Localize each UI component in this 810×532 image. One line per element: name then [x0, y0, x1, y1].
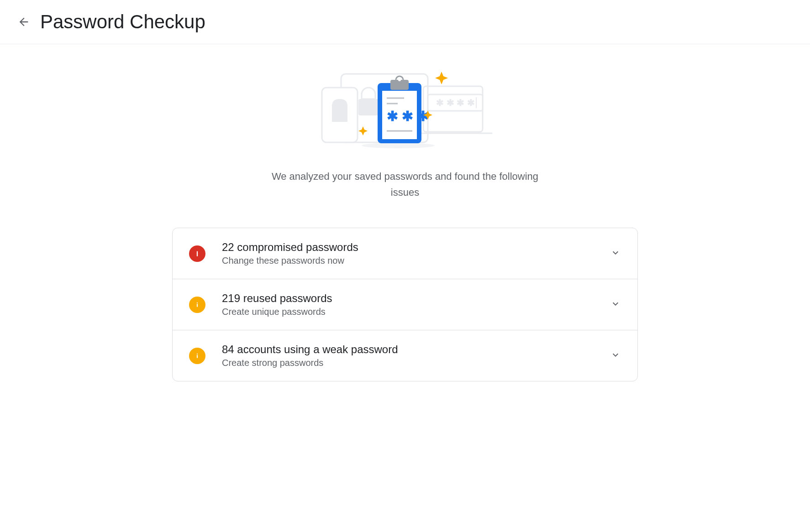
- alert-warning-icon: [189, 348, 205, 364]
- issue-title: 219 reused passwords: [222, 292, 603, 305]
- back-button[interactable]: [16, 15, 31, 29]
- svg-point-20: [197, 303, 198, 303]
- main-content: ✱ ✱ ✱ ✱ ✱ ✱ ✱ We analyzed your saved pas…: [163, 44, 647, 400]
- svg-rect-19: [197, 253, 198, 256]
- issue-reused[interactable]: 219 reused passwords Create unique passw…: [173, 279, 637, 330]
- svg-rect-21: [197, 304, 198, 307]
- page-title: Password Checkup: [40, 11, 205, 33]
- description-text: We analyzed your saved passwords and fou…: [268, 168, 542, 200]
- arrow-back-icon: [17, 16, 30, 28]
- issue-title: 84 accounts using a weak password: [222, 343, 603, 356]
- password-clipboard-icon: ✱ ✱ ✱ ✱ ✱ ✱ ✱: [295, 63, 515, 154]
- svg-point-18: [197, 251, 198, 252]
- svg-point-13: [398, 78, 401, 81]
- hero-illustration: ✱ ✱ ✱ ✱ ✱ ✱ ✱: [172, 63, 638, 154]
- issue-text-block: 22 compromised passwords Change these pa…: [222, 241, 603, 266]
- issue-text-block: 84 accounts using a weak password Create…: [222, 343, 603, 368]
- issue-compromised[interactable]: 22 compromised passwords Change these pa…: [173, 228, 637, 279]
- chevron-down-icon: [610, 349, 621, 362]
- header: Password Checkup: [0, 0, 810, 44]
- issue-weak[interactable]: 84 accounts using a weak password Create…: [173, 330, 637, 381]
- alert-danger-icon: [189, 245, 205, 262]
- chevron-down-icon: [610, 298, 621, 311]
- issue-title: 22 compromised passwords: [222, 241, 603, 254]
- svg-text:✱ ✱ ✱ ✱: ✱ ✱ ✱ ✱: [436, 98, 475, 108]
- chevron-down-icon: [610, 247, 621, 260]
- svg-rect-23: [197, 355, 198, 358]
- issue-subtitle: Create unique passwords: [222, 307, 603, 317]
- svg-rect-4: [358, 99, 379, 115]
- issues-list: 22 compromised passwords Change these pa…: [172, 228, 638, 381]
- svg-rect-11: [390, 80, 409, 90]
- issue-subtitle: Create strong passwords: [222, 358, 603, 368]
- svg-point-22: [197, 354, 198, 355]
- issue-text-block: 219 reused passwords Create unique passw…: [222, 292, 603, 317]
- issue-subtitle: Change these passwords now: [222, 256, 603, 266]
- alert-warning-icon: [189, 297, 205, 313]
- svg-text:✱ ✱ ✱: ✱ ✱ ✱: [387, 109, 429, 124]
- svg-point-8: [362, 143, 435, 148]
